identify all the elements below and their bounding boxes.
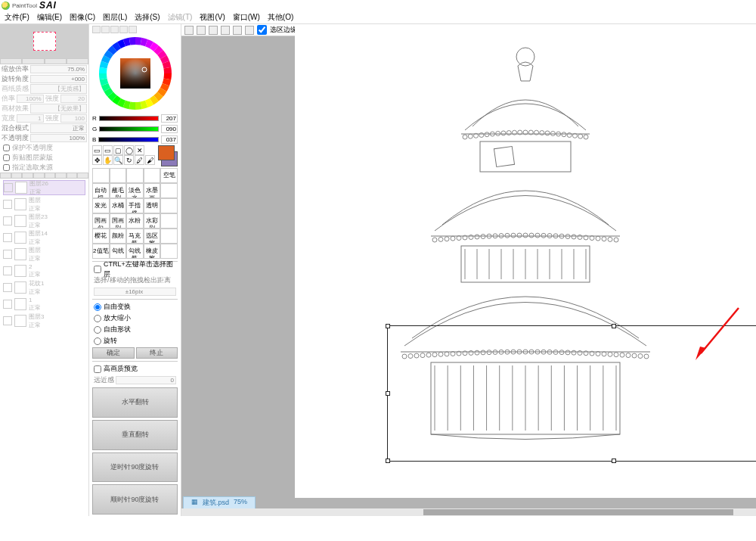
r-slider[interactable] [99,116,159,121]
brush-preset[interactable]: 水彩刷 [144,213,161,229]
scale-radio[interactable] [94,315,101,322]
brush-preset[interactable]: 透明 [144,198,161,213]
flip-horizontal-button[interactable]: 水平翻转 [92,387,178,418]
color-swatch[interactable] [158,145,178,166]
flip-vertical-button[interactable]: 垂直翻转 [92,420,178,450]
brush-preset[interactable]: 橡皮擦 [144,244,161,259]
menu-window[interactable]: 窗口(W) [230,11,263,23]
rotate-cw-button[interactable]: 顺时针90度旋转 [92,484,178,515]
color-wheel[interactable] [92,35,178,112]
menu-layer[interactable]: 图层(L) [100,11,130,23]
menu-edit[interactable]: 编辑(E) [34,11,65,23]
tool-icon[interactable]: ▭ [103,145,113,155]
layer-item[interactable]: 2正常 [3,263,85,278]
opacity-value[interactable]: 100% [30,134,87,142]
brush-preset[interactable]: 淡色水 [126,183,144,198]
confirm-button[interactable]: 确定 [92,347,135,359]
brush-preset[interactable]: 国画刷 [110,213,127,229]
brush-preset[interactable]: 选区擦 [144,229,161,244]
visibility-icon[interactable] [3,233,12,242]
tool-icon[interactable]: ✥ [92,155,102,165]
tool-icon[interactable]: ✋ [103,155,113,165]
menu-file[interactable]: 文件(F) [2,11,33,23]
menu-other[interactable]: 其他(O) [265,11,296,23]
menu-select[interactable]: 选择(S) [132,11,163,23]
brush-preset[interactable]: 水粉 [126,213,144,229]
brush-preset[interactable] [160,229,178,244]
brush-preset[interactable]: 勾线笔 [126,244,144,259]
b-value[interactable]: 037 [161,135,178,144]
brush-preset[interactable]: 空笔 [160,168,178,183]
brush-preset[interactable]: 颜粉 [110,229,127,244]
navigator-buttons[interactable] [0,58,88,64]
tool-icon[interactable]: ▭ [92,145,102,155]
brush-preset[interactable]: 蘸毛刷 [110,183,127,198]
blend-mode-value[interactable]: 正常 [30,123,87,133]
free-shape-radio[interactable] [94,326,101,334]
brush-preset[interactable] [160,244,178,259]
tool-icon[interactable]: ◯ [124,145,134,155]
menu-filter[interactable]: 滤镜(T) [165,11,196,23]
eff-strength-value[interactable]: 100 [60,114,88,123]
visibility-icon[interactable] [3,283,12,292]
brush-preset[interactable] [92,168,110,183]
tool-icon[interactable]: ↻ [124,155,134,165]
visibility-icon[interactable] [3,316,12,325]
brush-preset[interactable]: 水墨画 [144,183,161,198]
brush-preset[interactable]: 发光 [92,198,110,213]
tool-icon[interactable]: ✕ [135,145,144,155]
perspective-value[interactable]: 0 [116,376,176,384]
brush-preset[interactable] [144,168,161,183]
brush-preset[interactable]: 马克笔 [126,229,144,244]
menu-image[interactable]: 图像(C) [67,11,98,23]
tool-button[interactable] [197,26,206,35]
tool-button[interactable] [233,26,242,35]
brush-preset[interactable] [160,183,178,198]
layer-item[interactable]: 图层23正常 [3,213,85,229]
paper-texture-value[interactable]: 【无质感】 [30,84,87,94]
visibility-icon[interactable] [3,200,12,209]
brush-preset[interactable]: 自动切 [92,183,110,198]
layer-item[interactable]: 图层3正常 [3,313,85,328]
visibility-icon[interactable] [4,183,13,192]
hq-preview-checkbox[interactable] [94,365,101,373]
cancel-button[interactable]: 终止 [136,347,178,359]
layer-item[interactable]: 图层14正常 [3,230,85,245]
layer-item[interactable]: 1正常 [3,297,85,312]
brush-preset[interactable] [110,168,127,183]
tool-icon[interactable]: 🔍 [113,155,123,165]
brush-preset[interactable]: 2值笔 [92,244,110,259]
brush-preset[interactable] [160,213,178,229]
brush-preset[interactable]: 手指修 [126,198,144,213]
layer-item[interactable]: 图层正常 [3,197,85,212]
layer-item[interactable]: 图层正常 [3,247,85,262]
navigator-thumbnail[interactable] [0,24,88,58]
layer-toolbuttons[interactable] [0,173,88,179]
tool-icon[interactable]: 🖊 [135,155,144,165]
brush-preset[interactable] [160,198,178,213]
rotate-ccw-button[interactable]: 逆时针90度旋转 [92,452,178,483]
visibility-icon[interactable] [3,300,12,309]
free-transform-radio[interactable] [94,303,101,311]
selection-source-checkbox[interactable] [3,164,10,171]
visibility-icon[interactable] [3,266,12,275]
brush-preset[interactable]: 水桶 [110,198,127,213]
brush-preset[interactable]: 樱花 [92,229,110,244]
tool-button[interactable] [245,26,254,35]
tool-icon[interactable]: ▢ [113,145,123,155]
visibility-icon[interactable] [3,216,12,225]
r-value[interactable]: 207 [161,114,178,123]
tool-button[interactable] [209,26,218,35]
strength-value[interactable]: 20 [60,95,88,103]
zoom-value[interactable]: 75.0% [30,65,87,73]
clipping-mask-checkbox[interactable] [3,154,10,161]
tool-icon[interactable]: 🖌 [145,155,155,165]
visibility-icon[interactable] [3,250,12,259]
drag-detect-value[interactable]: ±16pix [94,288,176,296]
width-value[interactable]: 1 [17,114,44,123]
tool-button[interactable] [221,26,230,35]
b-slider[interactable] [98,137,159,142]
protect-alpha-checkbox[interactable] [3,145,10,151]
effect-value[interactable]: 【无效果】 [30,104,87,113]
g-slider[interactable] [99,126,159,132]
